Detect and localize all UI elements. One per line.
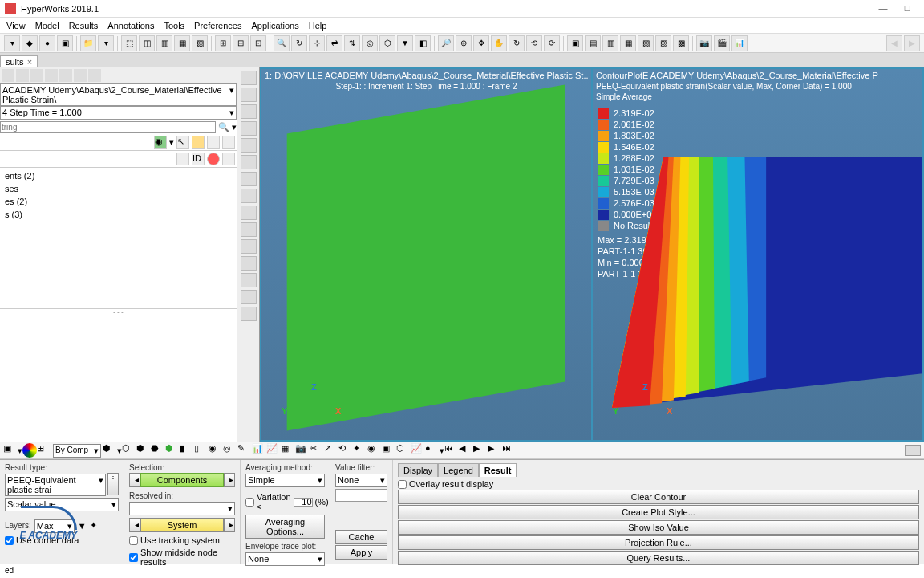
- viewport-right[interactable]: ContourPlotE ACADEMY Udemy\Abaqus\2_Cour…: [593, 69, 922, 440]
- toolbar-btn[interactable]: 📈: [411, 443, 425, 458]
- menu-preferences[interactable]: Preferences: [189, 19, 246, 32]
- query-button[interactable]: Query Results...: [398, 551, 919, 565]
- tree-item[interactable]: s (3): [2, 208, 235, 221]
- toolbar-btn[interactable]: [22, 443, 37, 458]
- view-tool[interactable]: [241, 206, 257, 220]
- toolbar-btn[interactable]: ⬢: [165, 443, 180, 458]
- view-tool[interactable]: [241, 104, 257, 119]
- toolbar-btn[interactable]: ▥: [156, 35, 172, 51]
- view-tool[interactable]: [241, 172, 257, 186]
- tree-item[interactable]: ents (2): [2, 169, 235, 182]
- toolbar-btn[interactable]: ◆: [22, 35, 38, 51]
- play-icon[interactable]: ▶: [473, 443, 488, 458]
- toolbar-btn[interactable]: ↗: [324, 443, 338, 458]
- tab-display[interactable]: Display: [398, 463, 438, 477]
- toolbar-btn[interactable]: ⊹: [309, 35, 325, 51]
- toolbar-btn[interactable]: ●: [425, 443, 440, 458]
- step-combo[interactable]: 4 Step Time = 1.000 ▾: [0, 106, 237, 120]
- avg-select[interactable]: Simple▾: [245, 474, 325, 487]
- search-icon[interactable]: 🔍: [216, 122, 232, 132]
- toolbar-btn[interactable]: ▾: [98, 35, 114, 51]
- toolbar-btn[interactable]: 🎬: [714, 35, 730, 51]
- toolbar-btn[interactable]: ▣: [3, 443, 18, 458]
- toolbar-btn[interactable]: ⬣: [151, 443, 165, 458]
- toolbar-btn[interactable]: ⬚: [121, 35, 137, 51]
- tree-item[interactable]: ses: [2, 182, 235, 195]
- view-tool[interactable]: [241, 189, 257, 203]
- toolbar-btn[interactable]: ⟲: [526, 35, 542, 51]
- toolbar-btn[interactable]: ◧: [415, 35, 431, 51]
- view-tool[interactable]: [241, 88, 257, 102]
- toolbar-btn[interactable]: ▣: [382, 443, 396, 458]
- sidebar-tool[interactable]: [2, 69, 14, 82]
- create-plot-button[interactable]: Create Plot Style...: [398, 505, 919, 519]
- tab-icon[interactable]: [222, 153, 235, 165]
- expand-button[interactable]: ⋮: [107, 473, 119, 495]
- view-tool[interactable]: [241, 138, 257, 153]
- tab-icon[interactable]: ID: [192, 153, 205, 165]
- toolbar-btn[interactable]: ↻: [291, 35, 307, 51]
- play-last-icon[interactable]: ⏭: [502, 443, 517, 458]
- toolbar-btn[interactable]: 📈: [266, 443, 281, 458]
- toolbar-btn[interactable]: ▮: [180, 443, 194, 458]
- toolbar-btn[interactable]: ◉: [209, 443, 223, 458]
- toolbar-btn[interactable]: 📁: [80, 35, 96, 51]
- viewport-left[interactable]: 1: D:\ORVILLE ACADEMY Udemy\Abaqus\2_Cou…: [261, 69, 593, 440]
- menu-applications[interactable]: Applications: [246, 19, 303, 32]
- projection-button[interactable]: Projection Rule...: [398, 535, 919, 550]
- close-icon[interactable]: ×: [27, 57, 32, 67]
- toolbar-btn[interactable]: ◉: [367, 443, 382, 458]
- play-first-icon[interactable]: ⏮: [444, 443, 459, 458]
- variation-input[interactable]: [294, 498, 313, 507]
- tab-icon[interactable]: [207, 153, 220, 165]
- toolbar-btn[interactable]: ⊕: [456, 35, 472, 51]
- sidebar-tool[interactable]: [59, 69, 72, 82]
- path-combo[interactable]: ACADEMY Udemy\Abaqus\2_Course_Material\E…: [0, 83, 237, 106]
- toolbar-btn[interactable]: ▦: [174, 35, 190, 51]
- tab-result[interactable]: Result: [479, 463, 517, 477]
- cache-button[interactable]: Cache: [335, 530, 387, 544]
- toolbar-btn[interactable]: ◎: [223, 443, 237, 458]
- toolbar-btn[interactable]: ⬢: [103, 443, 117, 458]
- toolbar-btn[interactable]: ⬡: [379, 35, 395, 51]
- toolbar-btn[interactable]: ▦: [620, 35, 636, 51]
- tool-icon[interactable]: [222, 136, 235, 149]
- tab-results[interactable]: sults ×: [0, 55, 38, 67]
- filter-icon[interactable]: ▼: [78, 521, 87, 531]
- toolbar-btn[interactable]: 🔍: [274, 35, 290, 51]
- sidebar-tool[interactable]: [16, 69, 29, 82]
- nav-next-icon[interactable]: ▶: [904, 35, 920, 51]
- toolbar-btn[interactable]: ↻: [509, 35, 525, 51]
- maximize-button[interactable]: □: [895, 2, 919, 16]
- toolbar-btn[interactable]: ▯: [194, 443, 209, 458]
- toolbar-btn[interactable]: ▩: [673, 35, 689, 51]
- toolbar-btn[interactable]: ✋: [491, 35, 507, 51]
- menu-results[interactable]: Results: [64, 19, 103, 32]
- system-button[interactable]: System: [140, 518, 224, 532]
- apply-button[interactable]: Apply: [335, 545, 387, 560]
- toolbar-btn[interactable]: ▤: [585, 35, 601, 51]
- view-tool[interactable]: [241, 121, 257, 136]
- toolbar-btn[interactable]: ▧: [192, 35, 208, 51]
- sel-next-button[interactable]: ▸: [224, 473, 235, 487]
- chevron-down-icon[interactable]: ▾: [232, 122, 237, 132]
- sidebar-tool[interactable]: [74, 69, 87, 82]
- toolbar-btn[interactable]: ▣: [567, 35, 583, 51]
- tool-icon[interactable]: [207, 136, 220, 149]
- toolbar-btn[interactable]: 📷: [295, 443, 310, 458]
- toolbar-btn[interactable]: 📊: [732, 35, 748, 51]
- toolbar-btn[interactable]: ▼: [397, 35, 413, 51]
- variation-check[interactable]: [245, 498, 254, 507]
- sidebar-tool[interactable]: [45, 69, 58, 82]
- sidebar-tool[interactable]: [30, 69, 43, 82]
- resolved-select[interactable]: ▾: [129, 502, 235, 515]
- view-icon[interactable]: ◉: [154, 136, 167, 149]
- value-filter-select[interactable]: None▾: [335, 474, 387, 487]
- toolbar-btn[interactable]: ⬡: [396, 443, 411, 458]
- env-select[interactable]: None▾: [245, 552, 325, 566]
- avg-options-button[interactable]: Averaging Options...: [245, 515, 325, 539]
- by-comp-select[interactable]: By Comp▾: [53, 444, 101, 458]
- sys-prev-button[interactable]: ◂: [129, 518, 140, 532]
- toolbar-btn[interactable]: ⬢: [136, 443, 151, 458]
- toolbar-btn[interactable]: ▨: [655, 35, 671, 51]
